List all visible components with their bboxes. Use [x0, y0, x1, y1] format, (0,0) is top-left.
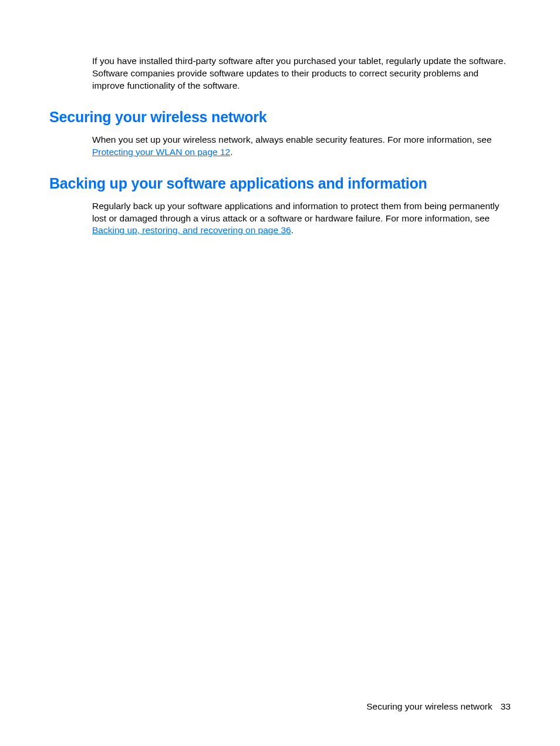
link-protecting-wlan[interactable]: Protecting your WLAN on page 12 — [92, 147, 230, 157]
securing-text-before: When you set up your wireless network, a… — [92, 135, 492, 145]
backing-up-text-before: Regularly back up your software applicat… — [92, 201, 500, 223]
intro-paragraph: If you have installed third-party softwa… — [92, 55, 511, 92]
heading-backing-up: Backing up your software applications an… — [49, 175, 511, 192]
backing-up-paragraph: Regularly back up your software applicat… — [92, 200, 511, 237]
securing-text-after: . — [230, 147, 232, 157]
footer-section-title: Securing your wireless network — [366, 701, 492, 711]
backing-up-text-after: . — [291, 225, 294, 235]
link-backing-up-restoring[interactable]: Backing up, restoring, and recovering on… — [92, 225, 291, 235]
page-footer: Securing your wireless network33 — [366, 701, 511, 712]
heading-securing-wireless: Securing your wireless network — [49, 109, 511, 126]
page-content: If you have installed third-party softwa… — [0, 0, 560, 237]
securing-paragraph: When you set up your wireless network, a… — [92, 134, 511, 159]
footer-page-number: 33 — [501, 701, 511, 711]
